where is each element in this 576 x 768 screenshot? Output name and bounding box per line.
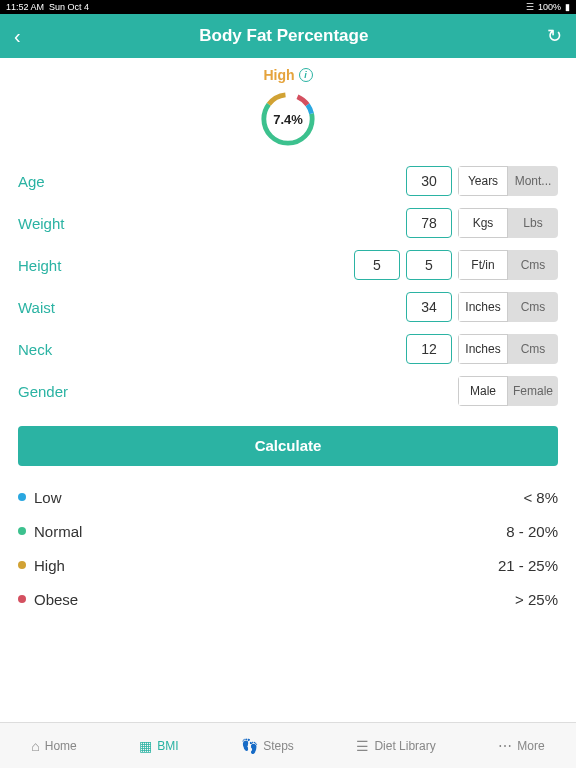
tab-steps[interactable]: 👣Steps bbox=[241, 738, 294, 754]
status-bar: 11:52 AM Sun Oct 4 ☰ 100% ▮ bbox=[0, 0, 576, 14]
dot-icon bbox=[18, 527, 26, 535]
legend-row-normal: Normal 8 - 20% bbox=[18, 514, 558, 548]
row-age: Age Years Mont... bbox=[18, 160, 558, 202]
row-height: Height Ft/in Cms bbox=[18, 244, 558, 286]
grid-icon: ▦ bbox=[139, 738, 152, 754]
result-value: 7.4% bbox=[259, 90, 317, 148]
result-area: High i 7.4% bbox=[0, 58, 576, 148]
dot-icon bbox=[18, 595, 26, 603]
neck-unit-inches[interactable]: Inches bbox=[458, 334, 508, 364]
age-input[interactable] bbox=[406, 166, 452, 196]
gender-female[interactable]: Female bbox=[508, 376, 558, 406]
form: Age Years Mont... Weight Kgs Lbs Height … bbox=[0, 148, 576, 418]
legend-row-high: High 21 - 25% bbox=[18, 548, 558, 582]
legend-name: Normal bbox=[34, 523, 82, 540]
weight-label: Weight bbox=[18, 215, 64, 232]
height-unit-toggle[interactable]: Ft/in Cms bbox=[458, 250, 558, 280]
weight-unit-kgs[interactable]: Kgs bbox=[458, 208, 508, 238]
weight-input[interactable] bbox=[406, 208, 452, 238]
tab-bar: ⌂Home ▦BMI 👣Steps ☰Diet Library ⋯More bbox=[0, 722, 576, 768]
legend-range: > 25% bbox=[515, 591, 558, 608]
battery-icon: ▮ bbox=[565, 2, 570, 12]
legend-name: High bbox=[34, 557, 65, 574]
age-unit-years[interactable]: Years bbox=[458, 166, 508, 196]
status-right: ☰ 100% ▮ bbox=[526, 2, 570, 12]
status-time: 11:52 AM Sun Oct 4 bbox=[6, 2, 89, 12]
age-label: Age bbox=[18, 173, 45, 190]
height-ft-input[interactable] bbox=[354, 250, 400, 280]
legend-range: 21 - 25% bbox=[498, 557, 558, 574]
tab-more[interactable]: ⋯More bbox=[498, 738, 544, 754]
list-icon: ☰ bbox=[356, 738, 369, 754]
foot-icon: 👣 bbox=[241, 738, 258, 754]
waist-label: Waist bbox=[18, 299, 55, 316]
gender-label: Gender bbox=[18, 383, 68, 400]
legend: Low < 8% Normal 8 - 20% High 21 - 25% Ob… bbox=[0, 476, 576, 620]
header: ‹ Body Fat Percentage ↻ bbox=[0, 14, 576, 58]
home-icon: ⌂ bbox=[31, 738, 39, 754]
waist-unit-inches[interactable]: Inches bbox=[458, 292, 508, 322]
legend-row-obese: Obese > 25% bbox=[18, 582, 558, 616]
row-weight: Weight Kgs Lbs bbox=[18, 202, 558, 244]
legend-row-low: Low < 8% bbox=[18, 480, 558, 514]
row-neck: Neck Inches Cms bbox=[18, 328, 558, 370]
tab-label: More bbox=[517, 739, 544, 753]
row-gender: Gender Male Female bbox=[18, 370, 558, 412]
height-unit-ftin[interactable]: Ft/in bbox=[458, 250, 508, 280]
legend-range: 8 - 20% bbox=[506, 523, 558, 540]
weight-unit-lbs[interactable]: Lbs bbox=[508, 208, 558, 238]
tab-home[interactable]: ⌂Home bbox=[31, 738, 76, 754]
dot-icon bbox=[18, 561, 26, 569]
tab-label: BMI bbox=[157, 739, 178, 753]
tab-label: Diet Library bbox=[374, 739, 435, 753]
tab-diet[interactable]: ☰Diet Library bbox=[356, 738, 435, 754]
tab-label: Steps bbox=[263, 739, 294, 753]
wifi-icon: ☰ bbox=[526, 2, 534, 12]
height-unit-cms[interactable]: Cms bbox=[508, 250, 558, 280]
more-icon: ⋯ bbox=[498, 738, 512, 754]
waist-input[interactable] bbox=[406, 292, 452, 322]
age-unit-toggle[interactable]: Years Mont... bbox=[458, 166, 558, 196]
waist-unit-toggle[interactable]: Inches Cms bbox=[458, 292, 558, 322]
tab-label: Home bbox=[45, 739, 77, 753]
battery-level: 100% bbox=[538, 2, 561, 12]
gender-toggle[interactable]: Male Female bbox=[458, 376, 558, 406]
result-category-text: High bbox=[263, 67, 294, 83]
page-title: Body Fat Percentage bbox=[199, 26, 368, 46]
weight-unit-toggle[interactable]: Kgs Lbs bbox=[458, 208, 558, 238]
dot-icon bbox=[18, 493, 26, 501]
neck-unit-toggle[interactable]: Inches Cms bbox=[458, 334, 558, 364]
height-label: Height bbox=[18, 257, 61, 274]
refresh-button[interactable]: ↻ bbox=[547, 25, 562, 47]
neck-unit-cms[interactable]: Cms bbox=[508, 334, 558, 364]
neck-label: Neck bbox=[18, 341, 52, 358]
neck-input[interactable] bbox=[406, 334, 452, 364]
height-in-input[interactable] bbox=[406, 250, 452, 280]
tab-bmi[interactable]: ▦BMI bbox=[139, 738, 178, 754]
age-unit-months[interactable]: Mont... bbox=[508, 166, 558, 196]
legend-name: Obese bbox=[34, 591, 78, 608]
result-category: High i bbox=[263, 67, 312, 83]
gender-male[interactable]: Male bbox=[458, 376, 508, 406]
calculate-button[interactable]: Calculate bbox=[18, 426, 558, 466]
back-button[interactable]: ‹ bbox=[14, 25, 21, 48]
legend-range: < 8% bbox=[523, 489, 558, 506]
row-waist: Waist Inches Cms bbox=[18, 286, 558, 328]
result-donut: 7.4% bbox=[259, 90, 317, 148]
waist-unit-cms[interactable]: Cms bbox=[508, 292, 558, 322]
info-icon[interactable]: i bbox=[299, 68, 313, 82]
legend-name: Low bbox=[34, 489, 62, 506]
